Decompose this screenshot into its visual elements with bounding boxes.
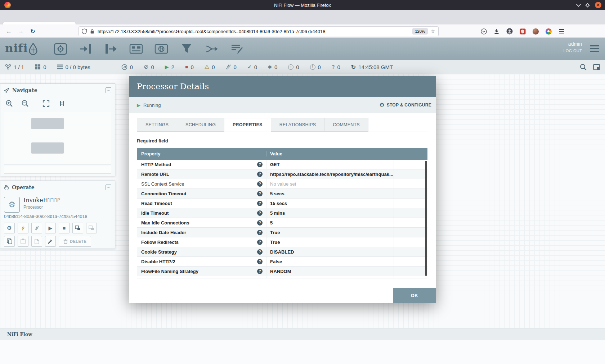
help-icon[interactable]: ? xyxy=(257,249,263,255)
table-row[interactable]: Disable HTTP/2? False xyxy=(137,257,427,267)
panel-toggle-icon[interactable] xyxy=(593,64,600,70)
help-icon[interactable]: ? xyxy=(257,230,263,235)
tab-comments[interactable]: COMMENTS xyxy=(324,118,368,132)
help-icon[interactable]: ? xyxy=(257,201,263,206)
window-minimize-icon[interactable] xyxy=(576,2,581,7)
table-row[interactable]: HTTP Method? GET xyxy=(137,160,427,169)
reload-button[interactable]: ↻ xyxy=(28,27,37,36)
input-port-icon[interactable] xyxy=(78,42,94,56)
ok-button[interactable]: OK xyxy=(393,288,436,303)
back-button[interactable]: ← xyxy=(4,27,14,36)
logout-link[interactable]: LOG OUT xyxy=(563,49,582,53)
configure-button[interactable]: ⚙ xyxy=(4,223,15,233)
copy-button[interactable] xyxy=(4,236,15,247)
pocket-icon[interactable] xyxy=(480,27,488,35)
color-button[interactable] xyxy=(45,236,56,247)
download-icon[interactable] xyxy=(493,27,501,35)
delete-button[interactable]: DELETE xyxy=(59,236,91,247)
start-button[interactable]: ▶ xyxy=(45,223,56,233)
status-locally-modified-stale: ! 0 xyxy=(310,64,321,70)
tab-properties[interactable]: PROPERTIES xyxy=(224,118,271,132)
table-row[interactable]: Connection Timeout? 5 secs xyxy=(137,189,427,199)
template-icon[interactable] xyxy=(204,42,220,56)
refresh-icon[interactable]: ↻ xyxy=(351,64,356,70)
breadcrumb[interactable]: NiFi Flow xyxy=(7,332,32,337)
sync-failure-icon: ? xyxy=(332,64,335,70)
running-icon: ▶ xyxy=(165,64,169,70)
navigate-icon xyxy=(4,88,9,93)
menu-hamburger-icon[interactable] xyxy=(557,27,565,35)
navigate-collapse-icon[interactable]: − xyxy=(106,87,111,93)
table-row[interactable]: Cookie Strategy? DISABLED xyxy=(137,247,427,257)
tab-scheduling[interactable]: SCHEDULING xyxy=(177,118,224,132)
help-icon[interactable]: ? xyxy=(257,172,263,177)
property-value: GET xyxy=(270,162,280,167)
birdseye-minimap[interactable] xyxy=(4,112,111,164)
table-row[interactable]: Idle Timeout? 5 mins xyxy=(137,208,427,218)
table-row[interactable]: Max Idle Connections? 5 xyxy=(137,218,427,228)
help-icon[interactable]: ? xyxy=(257,269,263,274)
property-name: SSL Context Service xyxy=(141,181,257,187)
tab-relationships[interactable]: RELATIONSHIPS xyxy=(271,118,325,132)
help-icon[interactable]: ? xyxy=(257,181,263,187)
output-port-icon[interactable] xyxy=(103,42,119,56)
global-menu-icon[interactable] xyxy=(590,45,599,52)
processor-icon[interactable] xyxy=(53,42,68,56)
account-icon[interactable] xyxy=(506,27,514,35)
zoom-in-icon[interactable] xyxy=(5,99,14,108)
forward-button[interactable]: → xyxy=(16,27,26,36)
zoom-indicator[interactable]: 120% xyxy=(412,28,427,35)
label-icon[interactable] xyxy=(229,42,245,56)
bookmark-star-icon[interactable]: ☆ xyxy=(431,28,435,35)
zoom-out-icon[interactable] xyxy=(21,99,30,108)
group-button[interactable] xyxy=(72,223,83,233)
table-scrollbar[interactable] xyxy=(425,161,427,276)
property-value: False xyxy=(270,259,282,264)
zoom-actual-size-icon[interactable] xyxy=(57,99,67,108)
lock-icon[interactable] xyxy=(90,29,95,34)
tab-settings[interactable]: SETTINGS xyxy=(137,118,177,132)
zoom-fit-icon[interactable] xyxy=(41,99,51,108)
url-bar[interactable]: https://172.18.0.3:32558/nifi/?processGr… xyxy=(79,26,439,36)
avatar-icon[interactable] xyxy=(532,27,539,35)
ublock-icon[interactable] xyxy=(519,27,526,35)
status-locally-modified: ✱ 0 xyxy=(268,64,277,70)
property-name: Follow Redirects xyxy=(141,240,257,245)
browser-navbar: ← → ↻ https://172.18.0.3:32558/nifi/?pro… xyxy=(0,24,605,38)
template-button[interactable] xyxy=(31,236,42,247)
extension-pinwheel-icon[interactable] xyxy=(544,27,552,35)
dialog-header: Processor Details xyxy=(129,76,436,97)
shield-icon[interactable] xyxy=(82,28,87,34)
help-icon[interactable]: ? xyxy=(257,210,263,216)
table-row[interactable]: Follow Redirects? True xyxy=(137,237,427,247)
table-row[interactable]: Remote URL? https://repo.stackable.tech/… xyxy=(137,169,427,179)
disable-button[interactable] xyxy=(31,223,42,233)
ungroup-button[interactable] xyxy=(86,223,97,233)
window-maximize-icon[interactable] xyxy=(585,3,590,8)
table-row[interactable]: SSL Context Service? No value set xyxy=(137,179,427,189)
help-icon[interactable]: ? xyxy=(257,162,263,167)
paste-button[interactable] xyxy=(18,236,28,247)
table-row[interactable]: FlowFile Naming Strategy? RANDOM xyxy=(137,267,427,276)
help-icon[interactable]: ? xyxy=(257,220,263,226)
window-close-icon[interactable]: × xyxy=(595,2,601,8)
required-field-label: Required field xyxy=(137,138,428,144)
status-not-transmitting: ⊘ 0 xyxy=(144,64,154,70)
property-name: Max Idle Connections xyxy=(141,220,257,226)
stop-button[interactable]: ■ xyxy=(59,223,70,233)
table-row[interactable]: Include Date Header? True xyxy=(137,228,427,237)
help-icon[interactable]: ? xyxy=(257,191,263,196)
help-icon[interactable]: ? xyxy=(257,259,263,264)
process-group-icon[interactable] xyxy=(128,42,144,56)
enable-button[interactable] xyxy=(18,223,28,233)
active-threads-icon xyxy=(35,64,41,70)
remote-process-group-icon[interactable] xyxy=(153,42,169,56)
operate-collapse-icon[interactable]: − xyxy=(106,185,111,190)
table-row[interactable]: Read Timeout? 15 secs xyxy=(137,199,427,208)
search-icon[interactable] xyxy=(580,64,587,70)
help-icon[interactable]: ? xyxy=(257,240,263,245)
stop-and-configure-button[interactable]: ⚙ STOP & CONFIGURE xyxy=(379,102,431,108)
funnel-icon[interactable] xyxy=(179,42,194,56)
property-value: 5 mins xyxy=(270,210,285,216)
not-transmitting-icon: ⊘ xyxy=(144,64,148,70)
